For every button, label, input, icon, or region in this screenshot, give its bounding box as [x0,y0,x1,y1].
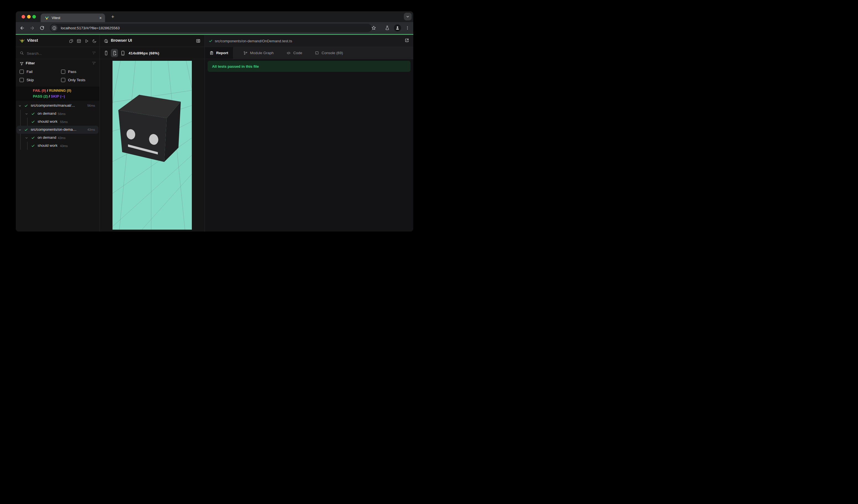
chevron-down-icon [406,15,410,18]
back-button[interactable] [19,25,25,31]
forward-button[interactable] [29,25,35,31]
reload-icon [39,26,45,30]
search-row [16,47,99,59]
url-bar[interactable]: localhost:5173/#/?file=1828625563 [50,24,372,32]
robot-cube-scene [112,61,192,230]
reload-button[interactable] [39,25,45,31]
pass-checkbox[interactable] [61,70,65,74]
tree-test-row[interactable]: should work 43ms [16,142,99,150]
tree-indent-guide [20,134,21,150]
run-all-icon[interactable] [84,39,89,43]
menu-button[interactable] [404,25,411,31]
chevron-down-icon[interactable] [18,104,21,108]
chevron-down-icon[interactable] [18,128,21,131]
open-in-editor-icon[interactable] [404,38,409,43]
only-tests-label: Only Tests [68,78,85,82]
tab-code[interactable]: Code [282,47,307,59]
pass-check-icon [31,144,35,148]
run-status-summary: FAIL (0) / RUNNING (0) PASS (2) / SKIP (… [16,86,99,101]
tab-module-graph-label: Module Graph [250,51,274,55]
tree-indent-guide [27,118,28,126]
tree-suite-row[interactable]: on demand 56ms [16,110,99,118]
new-tab-button[interactable]: + [109,13,116,20]
all-tests-passed-banner: All tests passed in this file [208,61,411,72]
pass-check-icon [31,112,35,115]
traffic-zoom-button[interactable] [32,15,36,18]
file-label: src/components/manual/… [31,103,75,108]
report-panel: src/components/on-demand/OnDemand.test.t… [205,35,413,231]
clear-filters-icon[interactable] [92,61,96,65]
tree-file-row-selected[interactable]: src/components/on-dema… 43ms [16,126,99,134]
bookmark-button[interactable] [370,25,377,31]
clear-search-filter-icon[interactable] [92,51,96,55]
suite-label: on demand [37,135,57,140]
browser-tab[interactable]: Vitest × [41,14,105,22]
suite-label: on demand [37,111,57,115]
module-graph-icon [243,51,248,55]
skip-checkbox[interactable] [20,78,24,82]
url-text: localhost:5173/#/?file=1828625563 [61,26,120,30]
duration: 43ms [58,136,65,140]
phone-plus-icon [112,50,117,56]
vitest-logo-icon [19,38,25,44]
filter-fail[interactable]: Fail [20,67,33,76]
star-icon [371,26,376,30]
search-icon [20,51,24,55]
chevron-down-icon[interactable] [25,136,28,140]
fail-checkbox[interactable] [20,70,24,74]
tab-report[interactable]: Report [205,47,233,59]
tree-file-row[interactable]: src/components/manual/… 56ms [16,102,99,110]
only-tests-checkbox[interactable] [61,78,65,82]
kebab-menu-icon [405,26,410,30]
preview-title: Browser UI [111,38,132,43]
test-label: should work [37,119,58,124]
arrow-left-icon [20,26,25,31]
duration: 43ms [60,144,68,148]
tab-close-icon[interactable]: × [99,16,102,20]
tab-code-label: Code [293,51,302,55]
banner-text: All tests passed in this file [212,64,259,68]
duration: 43ms [88,128,95,131]
collapse-windows-icon[interactable] [69,39,74,43]
filter-pass[interactable]: Pass [61,67,76,76]
pass-check-icon [24,104,28,108]
tab-console[interactable]: Console (69) [310,47,348,59]
filter-only-tests[interactable]: Only Tests [61,76,85,84]
device-tablet-minus-button[interactable] [119,49,126,57]
traffic-close-button[interactable] [21,15,25,18]
fail-label: Fail [27,70,33,74]
experiments-button[interactable] [384,25,391,31]
traffic-minimize-button[interactable] [27,15,31,18]
tablet-minus-icon [121,50,125,56]
tab-title: Vitest [52,16,99,20]
arrow-right-icon [30,26,35,31]
site-info-button[interactable] [51,25,58,31]
device-phone-small-button[interactable] [102,49,110,57]
tab-module-graph[interactable]: Module Graph [239,47,279,59]
dashboard-icon[interactable] [77,39,81,43]
clipboard-icon [209,51,214,55]
pass-check-icon [209,39,212,43]
tab-search-button[interactable] [404,13,412,20]
tree-suite-row[interactable]: on demand 43ms [16,134,99,142]
tree-test-row[interactable]: should work 55ms [16,118,99,126]
dark-mode-moon-icon[interactable] [92,39,97,43]
running-count: RUNNING (0) [49,88,71,93]
browser-window: Vitest × + localhost:5173/#/?file=182862… [16,11,413,231]
device-phone-plus-button[interactable] [111,49,118,57]
skip-count: SKIP (--) [51,94,65,98]
pass-label: Pass [68,70,76,74]
funnel-icon [20,62,24,66]
sidebar-header: Vitest [16,35,99,47]
expand-panel-icon[interactable] [196,38,201,43]
browser-preview-panel: Browser UI 414x896px (68%) [100,35,205,231]
browser-toolbar: localhost:5173/#/?file=1828625563 [16,22,413,34]
flask-icon [385,26,390,30]
search-input[interactable] [26,49,85,58]
app-viewport[interactable] [112,61,192,230]
status-separator: / [47,88,48,93]
info-icon [52,26,57,30]
filter-skip[interactable]: Skip [20,76,34,84]
profile-button[interactable] [394,24,401,32]
chevron-down-icon[interactable] [25,112,28,115]
